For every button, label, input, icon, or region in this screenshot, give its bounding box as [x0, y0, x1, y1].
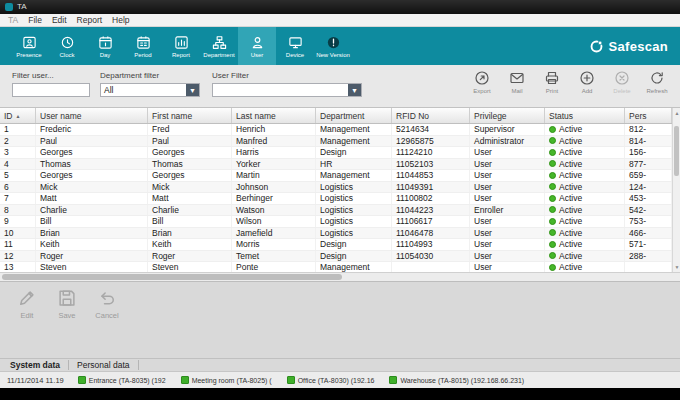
nav-toolbar: PresenceClockDayPeriodReportDepartmentUs… [0, 27, 680, 65]
department-filter-select[interactable]: All ▼ [100, 83, 200, 97]
nav-day[interactable]: Day [86, 27, 124, 65]
table-row[interactable]: 5GeorgesGeorgesMartinManagement11044853U… [0, 170, 680, 182]
horizontal-scrollbar[interactable] [0, 272, 680, 281]
col-header-first-name[interactable]: First name [148, 108, 232, 123]
nav-new-version[interactable]: New Version [314, 27, 352, 65]
table-row[interactable]: 6MickMickJohnsonLogistics11049391UserAct… [0, 182, 680, 194]
table-row[interactable]: 2PaulPaulManfredManagement12965875Admini… [0, 136, 680, 148]
cell-user-name: Brian [36, 228, 148, 239]
status-active-icon [549, 252, 556, 259]
col-header-id[interactable]: ID▲ [0, 108, 36, 123]
vertical-scrollbar-thumb[interactable] [674, 126, 679, 176]
status-label: Active [559, 124, 582, 134]
user-filter-select[interactable]: ▼ [212, 83, 362, 97]
col-header-privilege[interactable]: Privilege [470, 108, 545, 123]
cell-user-name: Steven [36, 262, 148, 272]
chevron-down-icon: ▼ [186, 84, 199, 96]
mail-button[interactable]: Mail [504, 70, 530, 94]
menu-file[interactable]: File [23, 15, 47, 25]
cell-privilege: User [470, 170, 545, 181]
table-row[interactable]: 1FredericFredHenrichManagement5214634Sup… [0, 124, 680, 136]
refresh-button[interactable]: Refresh [644, 70, 670, 94]
nav-label: Report [172, 52, 190, 58]
menu-report[interactable]: Report [72, 15, 108, 25]
table-row[interactable]: 3GeorgesGeorgesHarrisDesign11124210UserA… [0, 147, 680, 159]
scroll-up-icon[interactable]: ▲ [673, 110, 680, 116]
sort-asc-icon: ▲ [16, 113, 21, 119]
horizontal-scrollbar-thumb[interactable] [2, 274, 342, 280]
bottom-strip [0, 388, 680, 400]
cell-pers: 466- [625, 228, 672, 239]
cell-status: Active [545, 170, 625, 181]
nav-clock[interactable]: Clock [48, 27, 86, 65]
cell-rfid: 11046478 [392, 228, 470, 239]
table-row[interactable]: 9BillBillWilsonLogistics11106617UserActi… [0, 216, 680, 228]
cell-pers: 812- [625, 124, 672, 135]
export-button[interactable]: Export [469, 70, 495, 94]
device-status: Entrance (TA-8035) (192 [78, 376, 166, 384]
filter-user-input[interactable] [12, 83, 90, 97]
status-label: Active [559, 205, 582, 215]
col-header-label: Last name [236, 111, 276, 121]
cell-rfid: 11044223 [392, 205, 470, 216]
table-row[interactable]: 10BrianBrianJamefieldLogistics11046478Us… [0, 228, 680, 240]
table-row[interactable]: 7MattMattBerhingerLogistics11100802UserA… [0, 193, 680, 205]
cell-id: 7 [0, 193, 36, 204]
nav-report[interactable]: Report [162, 27, 200, 65]
cell-last-name: Johnson [232, 182, 316, 193]
nav-department[interactable]: Department [200, 27, 238, 65]
col-header-rfid-no[interactable]: RFID No [392, 108, 470, 123]
device-online-icon [181, 376, 189, 384]
cell-user-name: Frederic [36, 124, 148, 135]
nav-period[interactable]: Period [124, 27, 162, 65]
nav-user[interactable]: User [238, 27, 276, 65]
cell-privilege: User [470, 251, 545, 262]
status-active-icon [549, 137, 556, 144]
print-button[interactable]: Print [539, 70, 565, 94]
cell-user-name: Georges [36, 170, 148, 181]
cell-rfid: 5214634 [392, 124, 470, 135]
delete-icon [614, 70, 630, 86]
nav-presence[interactable]: Presence [10, 27, 48, 65]
cancel-icon [97, 288, 117, 308]
status-datetime: 11/11/2014 11.19 [7, 376, 64, 385]
table-row[interactable]: 4ThomasThomasYorkerHR11052103UserActive8… [0, 159, 680, 171]
col-header-last-name[interactable]: Last name [232, 108, 316, 123]
col-header-department[interactable]: Department [316, 108, 392, 123]
table-row[interactable]: 8CharlieCharlieWatsonLogistics11044223En… [0, 205, 680, 217]
device-status: Office (TA-8030) (192.16 [287, 376, 375, 384]
table-row[interactable]: 11KeithKeithMorrisDesign11104993UserActi… [0, 239, 680, 251]
menu-help[interactable]: Help [107, 15, 134, 25]
scroll-down-icon[interactable]: ▼ [673, 264, 680, 270]
vertical-scrollbar[interactable]: ▲ ▼ [672, 108, 680, 272]
clock-icon [59, 35, 76, 50]
cell-first-name: Fred [148, 124, 232, 135]
device-online-icon [287, 376, 295, 384]
tab-system-data[interactable]: System data [8, 360, 69, 370]
menu-edit[interactable]: Edit [47, 15, 72, 25]
menu-ta[interactable]: TA [3, 15, 23, 25]
add-button[interactable]: Add [574, 70, 600, 94]
cell-department: Management [316, 124, 392, 135]
cell-department: Logistics [316, 216, 392, 227]
cell-rfid: 12965875 [392, 136, 470, 147]
cell-department: Logistics [316, 193, 392, 204]
col-header-pers[interactable]: Pers [625, 108, 672, 123]
cell-first-name: Georges [148, 147, 232, 158]
cell-status: Active [545, 193, 625, 204]
cell-rfid: 11104993 [392, 239, 470, 250]
cell-status: Active [545, 228, 625, 239]
action-label: Print [546, 88, 558, 94]
department-filter-group: Department filter All ▼ [100, 71, 200, 97]
table-row[interactable]: 13StevenStevenPonteManagementUserActive [0, 262, 680, 272]
col-header-status[interactable]: Status [545, 108, 625, 123]
table-row[interactable]: 12RogerRogerTemetDesign11054030UserActiv… [0, 251, 680, 263]
cell-status: Active [545, 136, 625, 147]
department-filter-label: Department filter [100, 71, 200, 80]
cell-first-name: Brian [148, 228, 232, 239]
nav-device[interactable]: Device [276, 27, 314, 65]
tab-personal-data[interactable]: Personal data [69, 360, 138, 370]
cell-privilege: User [470, 182, 545, 193]
col-header-user-name[interactable]: User name [36, 108, 148, 123]
cell-last-name: Harris [232, 147, 316, 158]
